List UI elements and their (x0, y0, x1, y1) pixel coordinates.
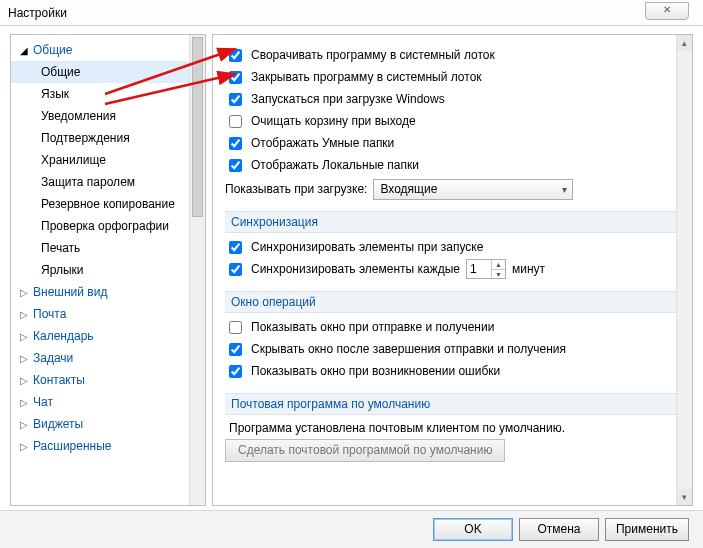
opwin-opt-checkbox-1[interactable] (229, 343, 242, 356)
scroll-up-icon[interactable]: ▴ (677, 35, 692, 51)
sync-opt-checkbox-0[interactable] (229, 241, 242, 254)
sidebar-item-label: Хранилище (41, 153, 106, 167)
sidebar-item-label: Расширенные (33, 439, 112, 453)
sidebar-item-label: Задачи (33, 351, 73, 365)
sidebar-item-11[interactable]: ▷Внешний вид (11, 281, 205, 303)
general-opt-checkbox-0[interactable] (229, 49, 242, 62)
sync-interval-spinner[interactable]: ▲▼ (466, 259, 506, 279)
sidebar-item-17[interactable]: ▷Виджеты (11, 413, 205, 435)
titlebar: Настройки ✕ (0, 0, 703, 26)
sidebar-item-18[interactable]: ▷Расширенные (11, 435, 205, 457)
dialog-footer: OK Отмена Применить (0, 510, 703, 548)
close-button[interactable]: ✕ (645, 2, 689, 20)
startup-folder-combo[interactable]: Входящие (373, 179, 573, 200)
general-opt-label-0: Сворачивать программу в системный лоток (251, 48, 495, 62)
sync-interval-input[interactable] (467, 260, 491, 278)
ok-button[interactable]: OK (433, 518, 513, 541)
general-opt-label-4: Отображать Умные папки (251, 136, 394, 150)
general-opt-label-1: Закрывать программу в системный лоток (251, 70, 482, 84)
triangle-right-icon: ▷ (19, 441, 29, 452)
general-opt-label-2: Запускаться при загрузке Windows (251, 92, 445, 106)
scroll-down-icon[interactable]: ▾ (677, 489, 692, 505)
sync-every-label-post: минут (512, 262, 545, 276)
sidebar-item-label: Виджеты (33, 417, 83, 431)
startup-show-label: Показывать при загрузке: (225, 182, 367, 196)
sidebar-scrollbar[interactable] (189, 35, 205, 505)
opwin-opt-checkbox-0[interactable] (229, 321, 242, 334)
sidebar-item-label: Чат (33, 395, 53, 409)
triangle-right-icon: ▷ (19, 309, 29, 320)
settings-panel: Сворачивать программу в системный лотокЗ… (212, 34, 693, 506)
spinner-up-icon[interactable]: ▲ (491, 260, 505, 270)
sidebar-item-12[interactable]: ▷Почта (11, 303, 205, 325)
sync-opt-label-0: Синхронизировать элементы при запуске (251, 240, 483, 254)
window-title: Настройки (8, 6, 67, 20)
sidebar-item-label: Внешний вид (33, 285, 107, 299)
general-opt-label-5: Отображать Локальные папки (251, 158, 419, 172)
sidebar-item-label: Печать (41, 241, 80, 255)
triangle-right-icon: ▷ (19, 287, 29, 298)
spinner-down-icon[interactable]: ▼ (491, 270, 505, 279)
triangle-right-icon: ▷ (19, 419, 29, 430)
close-icon: ✕ (663, 4, 671, 15)
triangle-right-icon: ▷ (19, 397, 29, 408)
triangle-down-icon: ◢ (19, 45, 29, 56)
sidebar-item-1[interactable]: Общие (11, 61, 205, 83)
sidebar-item-label: Язык (41, 87, 69, 101)
sidebar-item-14[interactable]: ▷Задачи (11, 347, 205, 369)
sidebar-item-label: Почта (33, 307, 66, 321)
sidebar-item-label: Защита паролем (41, 175, 135, 189)
sidebar-item-4[interactable]: Подтверждения (11, 127, 205, 149)
general-opt-checkbox-4[interactable] (229, 137, 242, 150)
section-defaultmail-header: Почтовая программа по умолчанию (225, 393, 676, 415)
defaultmail-status: Программа установлена почтовым клиентом … (229, 421, 676, 435)
opwin-opt-label-1: Скрывать окно после завершения отправки … (251, 342, 566, 356)
sidebar-item-label: Подтверждения (41, 131, 130, 145)
section-sync-header: Синхронизация (225, 211, 676, 233)
settings-sidebar: ◢ОбщиеОбщиеЯзыкУведомленияПодтвержденияХ… (10, 34, 206, 506)
sidebar-item-9[interactable]: Печать (11, 237, 205, 259)
apply-button[interactable]: Применить (605, 518, 689, 541)
sidebar-item-label: Проверка орфографии (41, 219, 169, 233)
sidebar-item-10[interactable]: Ярлыки (11, 259, 205, 281)
sidebar-item-3[interactable]: Уведомления (11, 105, 205, 127)
section-opwin-header: Окно операций (225, 291, 676, 313)
sidebar-item-label: Календарь (33, 329, 94, 343)
sidebar-item-13[interactable]: ▷Календарь (11, 325, 205, 347)
sidebar-item-2[interactable]: Язык (11, 83, 205, 105)
sidebar-item-label: Контакты (33, 373, 85, 387)
sidebar-item-8[interactable]: Проверка орфографии (11, 215, 205, 237)
panel-scrollbar[interactable]: ▴ ▾ (676, 35, 692, 505)
sidebar-item-label: Общие (33, 43, 72, 57)
make-default-mail-button[interactable]: Сделать почтовой программой по умолчанию (225, 439, 505, 462)
triangle-right-icon: ▷ (19, 375, 29, 386)
general-opt-checkbox-3[interactable] (229, 115, 242, 128)
sidebar-item-label: Ярлыки (41, 263, 84, 277)
cancel-button[interactable]: Отмена (519, 518, 599, 541)
general-opt-checkbox-5[interactable] (229, 159, 242, 172)
sidebar-item-label: Уведомления (41, 109, 116, 123)
opwin-opt-label-0: Показывать окно при отправке и получении (251, 320, 494, 334)
general-opt-checkbox-1[interactable] (229, 71, 242, 84)
general-opt-label-3: Очищать корзину при выходе (251, 114, 416, 128)
opwin-opt-label-2: Показывать окно при возникновении ошибки (251, 364, 500, 378)
sidebar-item-15[interactable]: ▷Контакты (11, 369, 205, 391)
sidebar-item-label: Общие (41, 65, 80, 79)
sync-every-checkbox[interactable] (229, 263, 242, 276)
sync-every-label-pre: Синхронизировать элементы каждые (251, 262, 460, 276)
sidebar-item-label: Резервное копирование (41, 197, 175, 211)
sidebar-item-5[interactable]: Хранилище (11, 149, 205, 171)
general-opt-checkbox-2[interactable] (229, 93, 242, 106)
opwin-opt-checkbox-2[interactable] (229, 365, 242, 378)
sidebar-item-0[interactable]: ◢Общие (11, 39, 205, 61)
sidebar-item-6[interactable]: Защита паролем (11, 171, 205, 193)
triangle-right-icon: ▷ (19, 353, 29, 364)
triangle-right-icon: ▷ (19, 331, 29, 342)
sidebar-item-16[interactable]: ▷Чат (11, 391, 205, 413)
sidebar-item-7[interactable]: Резервное копирование (11, 193, 205, 215)
